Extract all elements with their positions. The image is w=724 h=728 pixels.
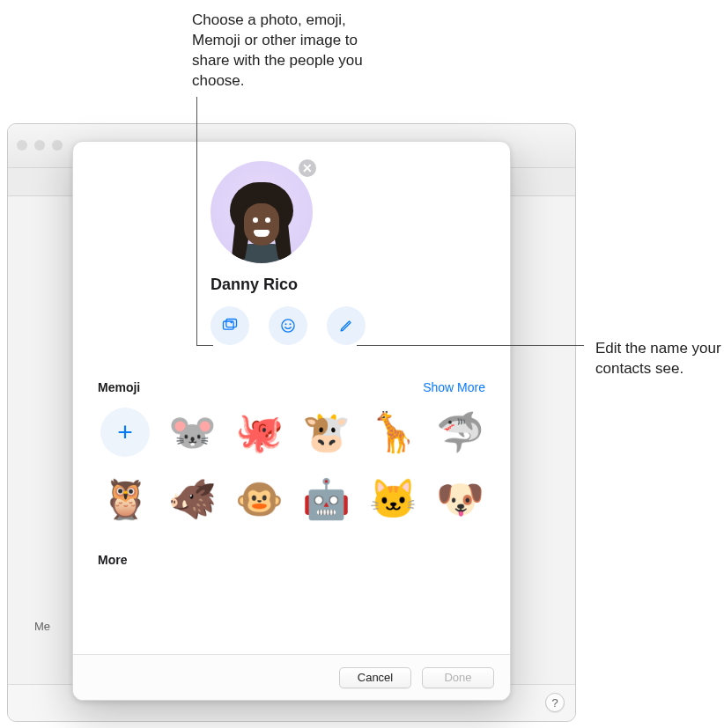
memoji-owl[interactable]: 🦉 bbox=[98, 472, 152, 526]
emoji-icon bbox=[279, 317, 297, 335]
edit-name-button[interactable] bbox=[327, 306, 366, 345]
svg-point-4 bbox=[285, 323, 287, 325]
callout-edit-name-description: Edit the name your contacts see. bbox=[595, 339, 724, 379]
zoom-window-icon[interactable] bbox=[52, 140, 63, 151]
svg-point-3 bbox=[282, 320, 294, 332]
memoji-giraffe[interactable]: 🦒 bbox=[366, 405, 420, 460]
share-name-photo-sheet: ✕ Danny Rico bbox=[72, 141, 511, 701]
close-icon: ✕ bbox=[302, 161, 313, 175]
memoji-monkey[interactable]: 🐵 bbox=[232, 472, 286, 526]
sheet-footer: Cancel Done bbox=[73, 654, 510, 700]
callout-photo-description: Choose a photo, emoji, Memoji or other i… bbox=[192, 11, 395, 92]
done-button: Done bbox=[422, 667, 494, 688]
avatar-image bbox=[211, 161, 313, 263]
plus-icon: + bbox=[100, 408, 150, 457]
action-row bbox=[211, 306, 485, 345]
memoji-dog[interactable]: 🐶 bbox=[432, 472, 487, 526]
memoji-mouse[interactable]: 🐭 bbox=[165, 405, 219, 460]
memoji-section-title: Memoji bbox=[98, 380, 140, 394]
remove-avatar-button[interactable]: ✕ bbox=[297, 158, 318, 179]
memoji-cat[interactable]: 🐱 bbox=[366, 472, 420, 526]
me-label: Me bbox=[34, 620, 50, 633]
choose-emoji-button[interactable] bbox=[269, 306, 307, 345]
add-memoji-button[interactable]: + bbox=[98, 405, 152, 460]
more-section-title: More bbox=[98, 553, 485, 567]
choose-photo-button[interactable] bbox=[211, 306, 249, 345]
close-window-icon[interactable] bbox=[17, 140, 27, 151]
svg-point-5 bbox=[290, 323, 292, 325]
display-name: Danny Rico bbox=[211, 276, 485, 294]
callout-line bbox=[196, 97, 197, 345]
window-controls[interactable] bbox=[17, 140, 63, 151]
svg-point-2 bbox=[231, 321, 233, 323]
memoji-octopus[interactable]: 🐙 bbox=[232, 405, 286, 460]
callout-line bbox=[196, 345, 213, 346]
cancel-button[interactable]: Cancel bbox=[339, 667, 411, 688]
show-more-memoji-link[interactable]: Show More bbox=[423, 380, 485, 394]
memoji-cow[interactable]: 🐮 bbox=[299, 405, 353, 460]
callout-line bbox=[357, 345, 584, 346]
minimize-window-icon[interactable] bbox=[34, 140, 45, 151]
profile-avatar[interactable]: ✕ bbox=[211, 161, 313, 263]
photos-icon bbox=[221, 317, 239, 335]
memoji-boar[interactable]: 🐗 bbox=[165, 472, 219, 526]
memoji-shark[interactable]: 🦈 bbox=[432, 405, 487, 460]
edit-icon bbox=[337, 317, 355, 335]
memoji-grid: + 🐭🐙🐮🦒🦈🦉🐗🐵🤖🐱🐶 bbox=[98, 405, 485, 526]
memoji-robot[interactable]: 🤖 bbox=[299, 472, 353, 526]
help-button[interactable]: ? bbox=[545, 693, 565, 712]
